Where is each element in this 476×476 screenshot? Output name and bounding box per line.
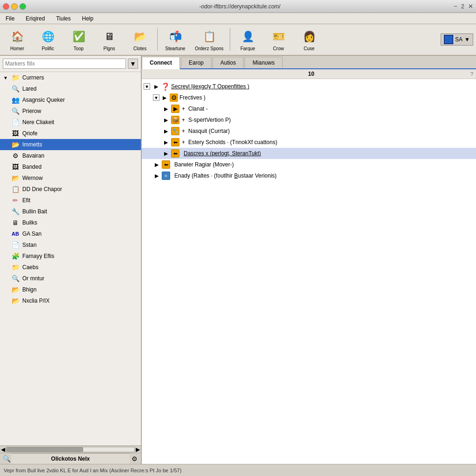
toop-icon: ✅: [70, 28, 87, 45]
close-window-btn[interactable]: [3, 3, 9, 10]
menu-eriqired[interactable]: Eriqired: [24, 14, 46, 23]
steartune-icon: 📬: [167, 28, 184, 45]
sidebar-label-qriofe: Qriofe: [22, 130, 38, 137]
close-icon[interactable]: ✕: [468, 3, 473, 10]
menu-file[interactable]: File: [4, 14, 16, 23]
sidebar-item-bhign[interactable]: 📂 Bhign: [0, 284, 141, 295]
sidebar-label-nxclia: Nxclia P/IX: [22, 298, 50, 304]
polific-label: Polific: [42, 46, 54, 51]
toolbar-separator: [157, 28, 158, 51]
toolbar-toop-btn[interactable]: ✅ Toop: [64, 26, 93, 53]
restore-icon[interactable]: 2: [461, 3, 464, 10]
menu-tiules[interactable]: Tiules: [54, 14, 73, 23]
tab-earop[interactable]: Earop: [181, 57, 212, 68]
nasquit-plus: +: [182, 128, 185, 134]
minimize-window-btn[interactable]: [11, 3, 18, 10]
nasquit-expander: ▶: [162, 127, 170, 135]
folder2-icon: 📂: [11, 140, 20, 149]
status-text: Vepr from Buil live 2vdio KL E for Aud I…: [4, 468, 181, 473]
tabs-bar: Connect Earop Autios Mianuws: [142, 56, 476, 69]
sidebar-item-wernow[interactable]: 📂 Wernow: [0, 172, 141, 184]
toolbar-steartune-btn[interactable]: 📬 Steartune: [161, 26, 190, 53]
toolbar-farque-btn[interactable]: 👤 Farque: [233, 26, 262, 53]
clanat-arrow-icon: ▶: [171, 105, 179, 113]
sidebar-item-gasan[interactable]: AB GA San: [0, 228, 141, 239]
pencil-icon: ✏: [11, 196, 20, 205]
sidebar-item-bavairan[interactable]: ⚙ Bavairan: [0, 150, 141, 161]
sidebar-item-builks[interactable]: 🖥 Builks: [0, 217, 141, 228]
tree-item-frectives[interactable]: ▼ ▶ ⚙ Frectives ): [142, 92, 476, 103]
group-icon: 👥: [11, 96, 20, 104]
steartune-label: Steartune: [165, 46, 185, 51]
toolbar-cuse-btn[interactable]: 👩 Cuse: [295, 26, 324, 53]
toolbar-crow-btn[interactable]: 🎫 Crow: [264, 26, 293, 53]
minimize-icon[interactable]: −: [454, 3, 457, 10]
tab-mianuws[interactable]: Mianuws: [245, 57, 282, 68]
sidebar-label-dd: DD Dne Chapor: [22, 186, 62, 192]
sidebar-item-famayy[interactable]: 🧩 Famayy Eflis: [0, 251, 141, 262]
sidebar-label-currners: Currners: [22, 74, 44, 81]
tree-item-dascres[interactable]: ▶ ⬅ Dascres x (perlogt, SteranTukt): [142, 148, 476, 159]
scroll-left-btn[interactable]: ◀: [1, 446, 5, 453]
sidebar-item-nxclia[interactable]: 📂 Nxclia P/IX: [0, 295, 141, 306]
folder4-icon: 📁: [11, 263, 20, 271]
sidebar-item-nere[interactable]: 📄 Nere Cliakeit: [0, 117, 141, 128]
orderz-label: Orderz Spons: [195, 46, 224, 51]
plgns-icon: 🖥: [101, 28, 118, 45]
sidebar-bottom-settings-icon[interactable]: ⚙: [130, 454, 139, 463]
tree-item-estery[interactable]: ▶ ⬅ + Estery Scholds · (TnnokXf cuattons…: [142, 137, 476, 148]
right-panel: Connect Earop Autios Mianuws 10 ? ▼ ▶ ❓ …: [142, 56, 476, 464]
sidebar-item-ormntur[interactable]: 🔍 Or mntur: [0, 273, 141, 284]
toolbar-orderz-btn[interactable]: 📋 Orderz Spons: [192, 26, 227, 53]
sidebar-hscroll[interactable]: ◀ ▶: [0, 445, 141, 453]
tree-item-root[interactable]: ▼ ▶ ❓ Secreyl Ijiexgcly T Oppenfittes ): [142, 81, 476, 92]
tree-item-spert[interactable]: ▶ 📦 + S-spertVertion P): [142, 114, 476, 126]
sidebar-search-input[interactable]: [3, 59, 126, 69]
maximize-window-btn[interactable]: [20, 3, 26, 10]
polific-icon: 🌐: [40, 28, 56, 45]
tree-item-enady[interactable]: ▶ + Enady (Raltes · (foutlhir Bustaar Ve…: [142, 170, 476, 181]
scroll-right-btn[interactable]: ▶: [136, 446, 140, 453]
sidebar-item-dd[interactable]: 📋 DD Dne Chapor: [0, 184, 141, 195]
sidebar-item-prierow[interactable]: 🔍 Prierow: [0, 106, 141, 117]
sidebar-label-asagnsic: Asagnsic Queker: [22, 97, 65, 103]
root-check: ▼: [144, 83, 151, 90]
folder3-icon: 📂: [11, 174, 20, 182]
doc3-icon: 📄: [11, 241, 20, 249]
sidebar-item-efit[interactable]: ✏ Efit: [0, 195, 141, 206]
user-dropdown[interactable]: SA ▼: [441, 33, 473, 46]
sidebar-item-sstan[interactable]: 📄 Sstan: [0, 239, 141, 251]
sidebar-bottom-search-icon[interactable]: 🔍: [2, 454, 11, 463]
sidebar-item-qriofe[interactable]: 🖼 Qriofe: [0, 128, 141, 139]
sidebar: ▼ ▼ 📁 Currners 🔍 Lared 👥 Asagnsic Queker…: [0, 56, 142, 464]
search2-icon: 🔍: [11, 107, 20, 115]
sidebar-item-immetts[interactable]: 📂 Immetts: [0, 139, 141, 150]
sidebar-item-lared[interactable]: 🔍 Lared: [0, 83, 141, 94]
toolbar-separator-2: [230, 28, 231, 51]
menu-help[interactable]: Help: [80, 14, 95, 23]
sidebar-footer-label[interactable]: Olickotos Nelx: [11, 453, 130, 464]
cuse-icon: 👩: [301, 28, 317, 45]
sidebar-item-asagnsic[interactable]: 👥 Asagnsic Queker: [0, 94, 141, 106]
toolbar-homer-btn[interactable]: 🏠 Homer: [3, 26, 32, 53]
sidebar-item-banded[interactable]: 🖼 Banded: [0, 161, 141, 172]
sidebar-item-bullin[interactable]: 🔧 Bullin Bait: [0, 206, 141, 217]
tab-connect[interactable]: Connect: [142, 57, 180, 69]
frectives-check: ▼: [153, 94, 159, 101]
tree-item-nasquit[interactable]: ▶ 🔧 + Nasquit (Currtar): [142, 126, 476, 137]
crow-icon: 🎫: [270, 28, 287, 45]
sidebar-search-btn[interactable]: ▼: [128, 59, 138, 69]
sidebar-item-caebs[interactable]: 📁 Caebs: [0, 262, 141, 273]
homer-label: Homer: [10, 46, 24, 51]
title-bar-right: − 2 ✕: [454, 3, 473, 10]
toolbar-clotes-btn[interactable]: 📂 Clotes: [126, 26, 154, 53]
tree-item-clanat[interactable]: ▶ ▶ + Clanat -: [142, 103, 476, 114]
toolbar-plgns-btn[interactable]: 🖥 Plgns: [95, 26, 124, 53]
tree-item-barwier[interactable]: ▶ ⬅ Barwier Ragiar (Mover-): [142, 159, 476, 170]
folder5-icon: 📂: [11, 285, 20, 294]
toolbar-polific-btn[interactable]: 🌐 Polific: [33, 26, 62, 53]
sidebar-item-currners[interactable]: ▼ 📁 Currners: [0, 72, 141, 83]
window-controls[interactable]: [3, 3, 26, 10]
tab-autios[interactable]: Autios: [212, 57, 244, 68]
folder6-icon: 📂: [11, 297, 20, 305]
